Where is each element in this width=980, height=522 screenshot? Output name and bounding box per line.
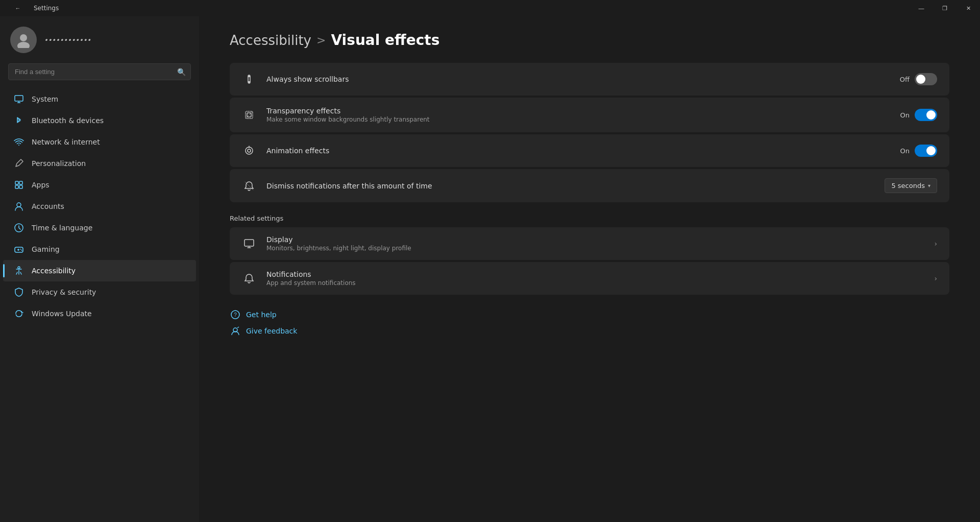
chevron-right-icon: › xyxy=(934,274,937,282)
scrollbars-toggle[interactable] xyxy=(915,73,937,85)
avatar xyxy=(10,27,37,53)
svg-text:?: ? xyxy=(234,312,237,318)
transparency-control: On xyxy=(900,109,937,121)
update-icon xyxy=(13,308,24,319)
sidebar-item-privacy[interactable]: Privacy & security xyxy=(3,281,196,303)
titlebar-controls: — ❐ ✕ xyxy=(910,0,980,16)
notifications-control: 5 seconds ▾ xyxy=(885,178,937,193)
get-help-icon: ? xyxy=(230,309,241,320)
sidebar-item-label: Personalization xyxy=(32,159,86,168)
sidebar-item-accessibility[interactable]: Accessibility xyxy=(3,260,196,281)
sidebar-item-bluetooth[interactable]: Bluetooth & devices xyxy=(3,110,196,131)
animation-toggle[interactable] xyxy=(915,145,937,157)
notifications-settings-text: Notifications App and system notificatio… xyxy=(266,270,924,287)
svg-rect-23 xyxy=(244,240,254,246)
svg-rect-5 xyxy=(15,181,18,184)
time-icon xyxy=(13,222,24,233)
search-box: 🔍 xyxy=(8,63,191,80)
search-icon: 🔍 xyxy=(177,68,186,76)
give-feedback-link[interactable]: Give feedback xyxy=(230,325,949,337)
sidebar-item-label: Bluetooth & devices xyxy=(32,116,104,125)
animation-toggle-label: On xyxy=(900,147,910,155)
svg-point-15 xyxy=(21,250,22,251)
svg-point-20 xyxy=(246,147,253,154)
animation-icon xyxy=(242,144,256,158)
display-text: Display Monitors, brightness, night ligh… xyxy=(266,235,924,252)
related-settings-list: Display Monitors, brightness, night ligh… xyxy=(230,227,949,295)
sidebar-item-label: Time & language xyxy=(32,224,92,232)
get-help-link[interactable]: ? Get help xyxy=(230,309,949,320)
dropdown-arrow-icon: ▾ xyxy=(928,183,930,188)
breadcrumb-link[interactable]: Accessibility xyxy=(230,33,311,48)
sidebar-item-apps[interactable]: Apps xyxy=(3,174,196,196)
scrollbars-control: Off xyxy=(900,73,937,85)
sidebar: •••••••••••• 🔍 System Bluetooth & device… xyxy=(0,16,199,522)
setting-card-scrollbars: Always show scrollbars Off xyxy=(230,63,949,96)
settings-list: Always show scrollbars Off Transparency … xyxy=(230,63,949,202)
setting-card-animation: Animation effects On xyxy=(230,134,949,167)
gaming-icon xyxy=(13,244,24,255)
svg-rect-7 xyxy=(15,185,18,188)
display-subtitle: Monitors, brightness, night light, displ… xyxy=(266,245,924,252)
transparency-text: Transparency effects Make some window ba… xyxy=(266,107,890,123)
minimize-button[interactable]: — xyxy=(910,0,933,16)
close-button[interactable]: ✕ xyxy=(957,0,980,16)
sidebar-item-label: Gaming xyxy=(32,245,60,253)
display-title: Display xyxy=(266,235,924,244)
related-section-label: Related settings xyxy=(230,215,949,222)
network-icon xyxy=(13,136,24,148)
sidebar-item-accounts[interactable]: Accounts xyxy=(3,196,196,217)
nav-list: System Bluetooth & devices Network & int… xyxy=(0,88,199,324)
scrollbars-text: Always show scrollbars xyxy=(266,75,890,83)
sidebar-item-system[interactable]: System xyxy=(3,88,196,110)
sidebar-item-label: System xyxy=(32,95,58,103)
transparency-title: Transparency effects xyxy=(266,107,890,115)
svg-rect-2 xyxy=(15,96,23,101)
personalization-icon xyxy=(13,158,24,169)
svg-line-29 xyxy=(237,327,239,328)
sidebar-item-label: Windows Update xyxy=(32,310,92,318)
svg-point-0 xyxy=(20,34,27,41)
svg-point-16 xyxy=(18,267,20,269)
search-input[interactable] xyxy=(8,63,191,80)
sidebar-item-label: Network & internet xyxy=(32,138,100,146)
animation-title: Animation effects xyxy=(266,147,890,155)
accessibility-icon xyxy=(13,265,24,276)
sidebar-item-label: Accounts xyxy=(32,202,64,210)
notifications-settings-subtitle: App and system notifications xyxy=(266,279,924,287)
bluetooth-icon xyxy=(13,115,24,126)
back-button[interactable]: ← xyxy=(6,0,30,16)
animation-text: Animation effects xyxy=(266,147,890,155)
privacy-icon xyxy=(13,287,24,298)
related-card-display[interactable]: Display Monitors, brightness, night ligh… xyxy=(230,227,949,260)
transparency-toggle[interactable] xyxy=(915,109,937,121)
sidebar-item-time[interactable]: Time & language xyxy=(3,217,196,239)
app-body: •••••••••••• 🔍 System Bluetooth & device… xyxy=(0,16,980,522)
sidebar-item-personalization[interactable]: Personalization xyxy=(3,153,196,174)
scrollbars-icon xyxy=(242,72,256,86)
svg-rect-8 xyxy=(19,185,22,188)
content-area: Accessibility > Visual effects Always sh… xyxy=(199,16,980,522)
chevron-right-icon: › xyxy=(934,240,937,248)
scrollbars-toggle-label: Off xyxy=(900,76,910,83)
scrollbars-title: Always show scrollbars xyxy=(266,75,890,83)
titlebar: ← Settings — ❐ ✕ xyxy=(0,0,980,16)
get-help-label: Get help xyxy=(246,311,277,319)
sidebar-item-gaming[interactable]: Gaming xyxy=(3,239,196,260)
transparency-toggle-label: On xyxy=(900,111,910,119)
give-feedback-label: Give feedback xyxy=(246,327,297,335)
restore-button[interactable]: ❐ xyxy=(933,0,957,16)
sidebar-item-label: Privacy & security xyxy=(32,288,96,296)
sidebar-item-update[interactable]: Windows Update xyxy=(3,303,196,324)
notifications-text: Dismiss notifications after this amount … xyxy=(266,182,874,190)
breadcrumb-separator: > xyxy=(316,34,326,46)
notifications-dropdown-value: 5 seconds xyxy=(891,182,925,189)
svg-point-21 xyxy=(248,149,251,152)
username: •••••••••••• xyxy=(44,36,91,44)
back-icon: ← xyxy=(15,5,21,11)
notifications-dropdown[interactable]: 5 seconds ▾ xyxy=(885,178,937,193)
animation-control: On xyxy=(900,145,937,157)
transparency-subtitle: Make some window backgrounds slightly tr… xyxy=(266,116,890,123)
related-card-notifications-settings[interactable]: Notifications App and system notificatio… xyxy=(230,262,949,295)
sidebar-item-network[interactable]: Network & internet xyxy=(3,131,196,153)
